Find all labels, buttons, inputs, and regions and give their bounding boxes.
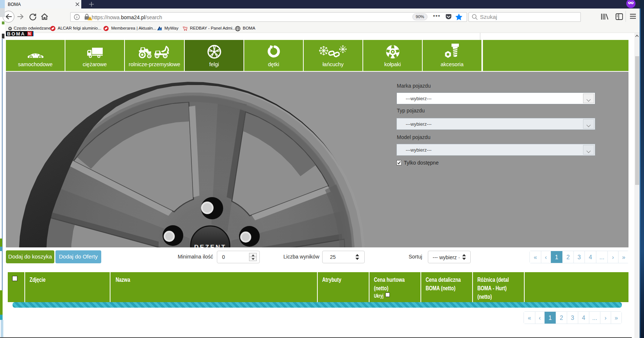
svg-text:DEZENT: DEZENT — [194, 244, 226, 247]
